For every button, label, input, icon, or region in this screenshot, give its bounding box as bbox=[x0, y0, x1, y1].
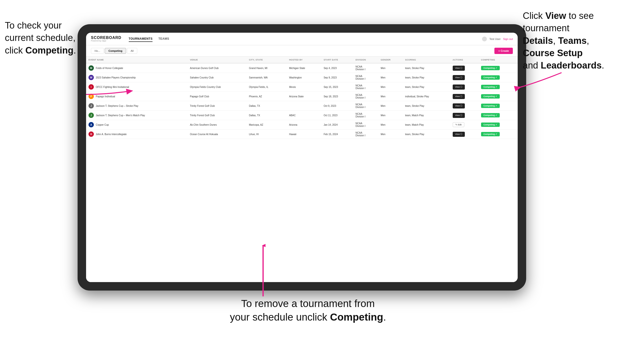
competing-button[interactable]: Competing ✓ bbox=[481, 113, 500, 117]
scoring-cell: team, Stroke Play bbox=[403, 82, 450, 92]
hosted-cell: Arizona State bbox=[286, 92, 321, 101]
start-date-cell: Jan 14, 2024 bbox=[321, 120, 353, 130]
event-cell-4: J Jackson T. Stephens Cup – Stroke Play bbox=[86, 101, 188, 111]
hosted-cell: ABAC bbox=[286, 111, 321, 120]
start-date-cell: Oct 11, 2023 bbox=[321, 111, 353, 120]
view-button[interactable]: View ⓘ bbox=[453, 113, 465, 118]
table-row: H John A. Burns Intercollegiate Ocean Co… bbox=[86, 130, 518, 139]
view-button[interactable]: View ⓘ bbox=[453, 103, 465, 109]
table-row: J Jackson T. Stephens Cup – Men's Match … bbox=[86, 111, 518, 120]
hosted-cell bbox=[286, 101, 321, 111]
filter-all[interactable]: All bbox=[127, 48, 137, 54]
col-competing: COMPETING bbox=[479, 57, 518, 63]
division-cell: NCAADivision I bbox=[353, 111, 378, 120]
actions-cell: View ⓘ bbox=[450, 63, 479, 73]
competing-button[interactable]: Competing ✓ bbox=[481, 66, 500, 70]
scoring-cell: team, Stroke Play bbox=[403, 101, 450, 111]
venue-cell: Sahalee Country Club bbox=[188, 73, 246, 82]
view-button[interactable]: View ⓘ bbox=[453, 66, 465, 71]
start-date-cell: Sep 4, 2023 bbox=[321, 63, 353, 73]
start-date-cell: Sep 18, 2023 bbox=[321, 92, 353, 101]
navbar: SCOREBOARD Powered by clippi TOURNAMENTS… bbox=[86, 33, 518, 45]
edit-button[interactable]: ✎ Edit bbox=[453, 122, 464, 127]
competing-cell: Competing ✓ bbox=[479, 63, 518, 73]
annotation-top-right: Click View to seetournamentDetails, Team… bbox=[523, 10, 639, 72]
col-start-date: START DATE bbox=[321, 57, 353, 63]
team-logo: W bbox=[88, 75, 94, 80]
event-cell-6: A Copper Cup bbox=[86, 120, 188, 130]
col-division: DIVISION bbox=[353, 57, 378, 63]
table-row: W 2023 Sahalee Players Championship Saha… bbox=[86, 73, 518, 82]
competing-button[interactable]: Competing ✓ bbox=[481, 94, 500, 99]
competing-cell: Competing ✓ bbox=[479, 111, 518, 120]
col-actions: ACTIONS bbox=[450, 57, 479, 63]
competing-button[interactable]: Competing ✓ bbox=[481, 123, 500, 127]
competing-cell: Competing ✓ bbox=[479, 101, 518, 111]
create-button[interactable]: + Create bbox=[494, 48, 513, 54]
city-cell: Grand Haven, MI bbox=[246, 63, 286, 73]
col-event-name: EVENT NAME bbox=[86, 57, 188, 63]
signout-link[interactable]: Sign out bbox=[503, 37, 513, 40]
start-date-cell: Feb 15, 2024 bbox=[321, 130, 353, 139]
team-logo: J bbox=[88, 113, 94, 118]
event-name: John A. Burns Intercollegiate bbox=[96, 133, 126, 136]
venue-cell: Trinity Forest Golf Club bbox=[188, 101, 246, 111]
tablet-screen: SCOREBOARD Powered by clippi TOURNAMENTS… bbox=[86, 33, 518, 282]
nav-right: Test User Sign out bbox=[482, 36, 513, 41]
competing-cell: Competing ✓ bbox=[479, 120, 518, 130]
competing-button[interactable]: Competing ✓ bbox=[481, 132, 500, 136]
actions-cell: View ⓘ bbox=[450, 82, 479, 92]
view-button[interactable]: View ⓘ bbox=[453, 84, 465, 90]
gender-cell: Men bbox=[378, 63, 403, 73]
tablet-shell: SCOREBOARD Powered by clippi TOURNAMENTS… bbox=[78, 24, 526, 291]
venue-cell: Olympia Fields Country Club bbox=[188, 82, 246, 92]
competing-cell: Competing ✓ bbox=[479, 82, 518, 92]
col-gender: GENDER bbox=[378, 57, 403, 63]
team-logo: A bbox=[88, 122, 94, 127]
annotation-bottom: To remove a tournament fromyour schedule… bbox=[199, 297, 417, 324]
event-cell-1: W 2023 Sahalee Players Championship bbox=[86, 73, 188, 82]
start-date-cell: Sep 15, 2023 bbox=[321, 82, 353, 92]
scoring-cell: team, Stroke Play bbox=[403, 130, 450, 139]
competing-cell: Competing ✓ bbox=[479, 73, 518, 82]
hosted-cell: Hawaii bbox=[286, 130, 321, 139]
gender-cell: Men bbox=[378, 130, 403, 139]
filter-competing[interactable]: Competing bbox=[105, 48, 126, 54]
event-cell-7: H John A. Burns Intercollegiate bbox=[86, 130, 188, 139]
division-cell: NCAADivision I bbox=[353, 101, 378, 111]
view-button[interactable]: View ⓘ bbox=[453, 132, 465, 137]
division-cell: NCAADivision I bbox=[353, 130, 378, 139]
view-button[interactable]: View ⓘ bbox=[453, 75, 465, 80]
team-logo: M bbox=[88, 65, 94, 71]
annotation-top-left: To check yourcurrent schedule,click Comp… bbox=[5, 19, 107, 57]
division-cell: NCAADivision I bbox=[353, 73, 378, 82]
table-row: I OFCC Fighting Illini Invitational Olym… bbox=[86, 82, 518, 92]
start-date-cell: Oct 9, 2023 bbox=[321, 101, 353, 111]
city-cell: Lihue, HI bbox=[246, 130, 286, 139]
nav-tournaments[interactable]: TOURNAMENTS bbox=[129, 36, 153, 42]
scoring-cell: team, Stroke Play bbox=[403, 63, 450, 73]
user-name: Test User bbox=[489, 37, 500, 40]
nav-teams[interactable]: TEAMS bbox=[158, 36, 169, 42]
venue-cell: Trinity Forest Golf Club bbox=[188, 111, 246, 120]
event-name: 2023 Sahalee Players Championship bbox=[96, 76, 136, 79]
actions-cell: View ⓘ bbox=[450, 111, 479, 120]
view-button[interactable]: View ⓘ bbox=[453, 94, 465, 99]
event-name: Jackson T. Stephens Cup – Men's Match Pl… bbox=[96, 114, 145, 117]
hosted-cell: Arizona bbox=[286, 120, 321, 130]
scoring-cell: individual, Stroke Play bbox=[403, 92, 450, 101]
venue-cell: Papago Golf Club bbox=[188, 92, 246, 101]
competing-button[interactable]: Competing ✓ bbox=[481, 104, 500, 108]
gender-cell: Men bbox=[378, 73, 403, 82]
arrow-to-bottom-competing bbox=[261, 243, 266, 299]
venue-cell: American Dunes Golf Club bbox=[188, 63, 246, 73]
competing-button[interactable]: Competing ✓ bbox=[481, 85, 500, 89]
gender-cell: Men bbox=[378, 82, 403, 92]
city-cell: Dallas, TX bbox=[246, 111, 286, 120]
table-row: A Copper Cup Ak-Chin Southern DunesMaric… bbox=[86, 120, 518, 130]
scoring-cell: team, Match Play bbox=[403, 120, 450, 130]
table-container: EVENT NAME VENUE CITY, STATE HOSTED BY S… bbox=[86, 57, 518, 282]
hosted-cell: Illinois bbox=[286, 82, 321, 92]
competing-button[interactable]: Competing ✓ bbox=[481, 75, 500, 80]
gender-cell: Men bbox=[378, 111, 403, 120]
